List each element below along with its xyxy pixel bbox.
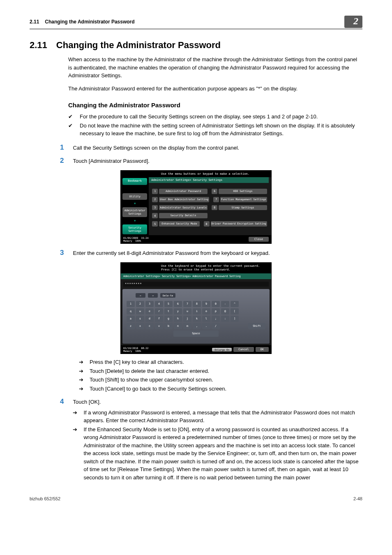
arrow-right-icon: ➔ <box>73 409 79 425</box>
key[interactable]: o <box>202 308 210 314</box>
key[interactable]: b <box>164 323 173 329</box>
sidebar-security-settings[interactable]: Security Settings <box>122 224 147 234</box>
key[interactable]: y <box>174 308 182 314</box>
menu-admin-sec-levels[interactable]: Administrator Security Levels <box>159 205 208 210</box>
key[interactable]: 8 <box>193 301 201 307</box>
menu-enhanced-security[interactable]: Enhanced Security Mode <box>159 221 199 227</box>
keyboard-row-4: zxcvbnm,./ Shift <box>127 323 265 329</box>
key[interactable]: ^ <box>231 301 239 307</box>
key[interactable]: u <box>183 308 191 314</box>
space-key[interactable]: Space <box>173 331 219 337</box>
key[interactable]: s <box>136 316 144 322</box>
key[interactable]: t <box>164 308 173 314</box>
arrow-right-icon: ➔ <box>79 385 85 393</box>
key[interactable]: m <box>183 323 191 329</box>
menu-admin-password[interactable]: Administrator Password <box>159 189 208 194</box>
key[interactable]: z <box>127 323 135 329</box>
close-button[interactable]: Close <box>249 237 269 242</box>
key[interactable]: 7 <box>183 301 191 307</box>
key[interactable]: 4 <box>155 301 163 307</box>
enlarge-toggle[interactable]: Enlarge On <box>212 348 232 352</box>
key[interactable]: 9 <box>202 301 210 307</box>
key[interactable]: n <box>174 323 182 329</box>
key[interactable]: h <box>174 316 182 322</box>
key[interactable]: l <box>202 316 210 322</box>
key[interactable]: 3 <box>145 301 154 307</box>
password-field[interactable]: ******** <box>123 282 269 287</box>
key[interactable]: e <box>145 308 154 314</box>
key[interactable]: v <box>155 323 163 329</box>
menu-stamp-settings[interactable]: Stamp Settings <box>219 205 267 210</box>
key[interactable]: p <box>212 308 220 314</box>
key[interactable]: q <box>127 308 135 314</box>
menu-key-0[interactable]: 0 <box>204 221 210 227</box>
substep-4b: If the Enhanced Security Mode is set to … <box>83 426 362 482</box>
panel-date: 03/10/2010 <box>123 347 138 349</box>
key[interactable]: i <box>193 308 201 314</box>
panel-memory-label: Memory <box>123 239 132 242</box>
menu-function-mgmt[interactable]: Function Management Settings <box>220 197 267 202</box>
key[interactable]: r <box>155 308 163 314</box>
step-number-1: 1 <box>60 143 64 152</box>
sidebar-utility[interactable]: Utility <box>122 193 147 200</box>
key[interactable]: - <box>221 301 229 307</box>
menu-key-5[interactable]: 5 <box>152 221 158 227</box>
arrow-right-icon: ➔ <box>79 358 85 366</box>
key[interactable]: 5 <box>164 301 173 307</box>
key[interactable]: x <box>136 323 144 329</box>
key[interactable]: 0 <box>212 301 220 307</box>
step-number-2: 2 <box>60 157 64 165</box>
menu-driver-pw-encrypt[interactable]: Driver Password Encryption Setting <box>211 221 267 227</box>
arrow-right-icon: ➔ <box>79 367 85 375</box>
substep-3c: Touch [Shift] to show the upper case/sym… <box>90 376 213 384</box>
key[interactable]: @ <box>221 308 229 314</box>
cancel-button[interactable]: Cancel <box>233 347 254 352</box>
key[interactable]: , <box>193 323 201 329</box>
chevron-down-icon: ▾ <box>122 202 147 205</box>
menu-key-2[interactable]: 2 <box>152 197 158 202</box>
key[interactable]: j <box>183 316 191 322</box>
panel-time: 08:22 <box>141 347 148 349</box>
menu-userbox-admin[interactable]: User Box Administrator Setting <box>159 197 209 202</box>
menu-key-3[interactable]: 3 <box>152 205 158 210</box>
key[interactable]: ; <box>212 316 220 322</box>
menu-key-1[interactable]: 1 <box>152 189 158 194</box>
key[interactable]: : <box>221 316 229 322</box>
screenshot-security-settings: Use the menu buttons or keypad to make a… <box>120 170 272 244</box>
key[interactable]: 2 <box>136 301 144 307</box>
key[interactable]: 1 <box>127 301 135 307</box>
key[interactable]: / <box>212 323 220 329</box>
menu-key-8[interactable]: 8 <box>212 205 217 210</box>
key[interactable]: w <box>136 308 144 314</box>
key[interactable]: k <box>193 316 201 322</box>
check-item-2: Do not leave the machine with the settin… <box>80 122 359 138</box>
menu-security-details[interactable]: Security Details <box>159 213 208 218</box>
keyboard-row-2: qwertyuiop@[ <box>127 308 265 314</box>
key[interactable]: [ <box>231 308 239 314</box>
delete-button[interactable]: Dele-te <box>160 293 175 298</box>
arrow-left-button[interactable]: ← <box>136 293 145 298</box>
key[interactable]: ] <box>231 316 239 322</box>
menu-key-7[interactable]: 7 <box>213 197 219 202</box>
bookmark-tab[interactable]: Bookmark <box>122 178 147 185</box>
key[interactable]: . <box>202 323 210 329</box>
menu-hdd-settings[interactable]: HDD Settings <box>219 189 267 194</box>
running-header: 2.11 Changing the Administrator Password… <box>30 16 362 29</box>
check-item-1: For the procedure to call the Security S… <box>80 113 318 121</box>
panel-memory-pct: 100% <box>135 239 141 242</box>
panel-instruction-line1: Use the keyboard or keypad to enter the … <box>161 264 269 268</box>
arrow-right-button[interactable]: → <box>148 293 158 298</box>
ok-button[interactable]: OK <box>256 347 269 352</box>
panel-memory-pct: 100% <box>135 349 141 352</box>
panel-instruction: Use the menu buttons or keypad to make a… <box>121 171 271 177</box>
sidebar-admin-settings[interactable]: Administrator Settings <box>122 207 147 217</box>
key[interactable]: 6 <box>174 301 182 307</box>
shift-key[interactable]: Shift <box>248 323 265 329</box>
menu-key-6[interactable]: 6 <box>212 189 217 194</box>
menu-key-4[interactable]: 4 <box>152 213 158 218</box>
key[interactable]: g <box>164 316 173 322</box>
key[interactable]: d <box>145 316 154 322</box>
key[interactable]: a <box>127 316 135 322</box>
key[interactable]: c <box>145 323 154 329</box>
key[interactable]: f <box>155 316 163 322</box>
